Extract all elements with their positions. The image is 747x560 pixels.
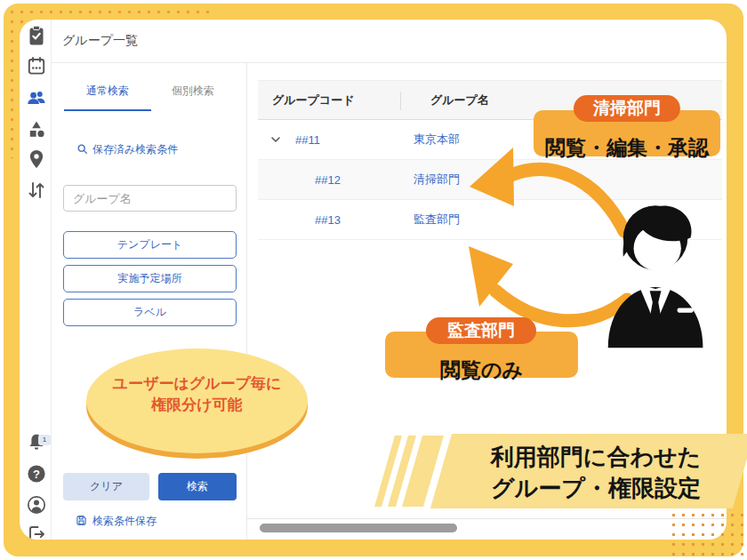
groups-icon[interactable] — [26, 87, 47, 108]
clear-button[interactable]: クリア — [63, 473, 149, 500]
saved-conditions-label: 保存済み検索条件 — [92, 142, 178, 157]
column-group-code: グループコード — [272, 92, 406, 108]
transfer-arrows-icon[interactable] — [26, 180, 47, 201]
save-conditions-label: 検索条件保存 — [92, 514, 157, 529]
table-bottom-divider — [247, 518, 727, 519]
notification-badge: 1 — [38, 435, 51, 445]
ellipse-line1: ユーザーはグループ毎に — [86, 373, 308, 395]
screenshot-stage: 1 ? グループ一覧 通常検索 個別検索 保存済み検索条件 テンプレート — [0, 0, 747, 560]
account-icon[interactable] — [26, 494, 47, 516]
label-filter-button[interactable]: ラベル — [63, 299, 237, 326]
search-button[interactable]: 検索 — [158, 473, 237, 500]
search-icon — [76, 143, 88, 157]
group-name-link[interactable]: 東京本部 — [414, 132, 460, 148]
column-divider — [400, 92, 401, 110]
banner-caption: 利用部門に合わせた グループ・権限設定 — [462, 442, 729, 504]
clipboard-check-icon[interactable] — [26, 25, 47, 46]
calendar-icon[interactable] — [26, 55, 47, 76]
tab-normal-search[interactable]: 通常検索 — [64, 84, 151, 99]
chevron-down-icon[interactable] — [269, 132, 283, 147]
svg-text:?: ? — [33, 468, 40, 481]
audit-dept-label: 監査部門 — [426, 317, 536, 344]
group-code-link[interactable]: ##13 — [315, 213, 341, 227]
panel-divider — [246, 62, 247, 540]
save-conditions-link[interactable]: 検索条件保存 — [76, 514, 157, 529]
group-name-link[interactable]: 監査部門 — [414, 212, 460, 228]
horizontal-scrollbar[interactable] — [260, 524, 457, 532]
tab-individual-search[interactable]: 個別検索 — [153, 84, 233, 99]
cleaning-dept-label: 清掃部門 — [574, 95, 680, 122]
businessman-icon — [598, 197, 711, 350]
tab-active-underline — [64, 109, 151, 111]
group-code-link[interactable]: ##12 — [315, 173, 341, 187]
app-sidebar: 1 ? — [20, 20, 52, 540]
group-name-link[interactable]: 清掃部門 — [414, 172, 460, 188]
saved-conditions-link[interactable]: 保存済み検索条件 — [76, 142, 178, 157]
location-pin-icon[interactable] — [26, 148, 47, 170]
dot-pattern-bottom-right — [669, 510, 745, 558]
group-code-link[interactable]: ##11 — [295, 133, 320, 147]
banner-line2: グループ・権限設定 — [462, 473, 729, 504]
header-divider — [52, 62, 727, 63]
page-title: グループ一覧 — [62, 33, 138, 49]
group-name-input[interactable] — [63, 185, 237, 212]
column-group-name: グループ名 — [430, 92, 489, 108]
shapes-icon[interactable] — [26, 119, 47, 140]
location-filter-button[interactable]: 実施予定場所 — [63, 265, 237, 292]
ellipse-line2: 権限分け可能 — [86, 395, 308, 416]
logout-icon[interactable] — [26, 524, 47, 540]
floppy-disk-icon — [76, 515, 87, 529]
help-icon[interactable]: ? — [26, 463, 47, 484]
user-permission-callout: ユーザーはグループ毎に 権限分け可能 — [86, 348, 308, 453]
banner-line1: 利用部門に合わせた — [462, 442, 729, 473]
template-filter-button[interactable]: テンプレート — [63, 231, 237, 259]
